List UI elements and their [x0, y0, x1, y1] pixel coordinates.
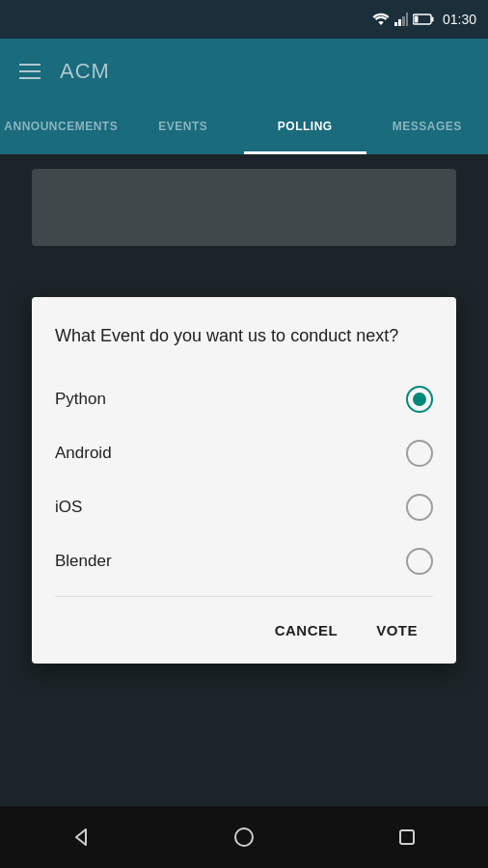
recents-nav-button[interactable]: [396, 827, 418, 848]
signal-icon: [394, 13, 408, 26]
svg-rect-1: [398, 19, 401, 26]
dialog-title: What Event do you want us to conduct nex…: [55, 324, 433, 348]
tab-announcements[interactable]: ANNOUNCEMENTS: [0, 104, 122, 154]
radio-circle-ios: [406, 494, 433, 521]
svg-rect-6: [414, 16, 418, 23]
dialog-overlay: What Event do you want us to conduct nex…: [0, 154, 488, 806]
tab-bar: ANNOUNCEMENTS EVENTS POLLING MESSAGES: [0, 104, 488, 154]
radio-label-python: Python: [55, 390, 106, 409]
vote-button[interactable]: VOTE: [361, 612, 433, 648]
nav-bar: [0, 806, 488, 868]
status-bar: 01:30: [0, 0, 488, 39]
back-nav-button[interactable]: [70, 827, 92, 848]
svg-rect-3: [406, 13, 408, 26]
svg-rect-0: [394, 22, 397, 26]
dialog: What Event do you want us to conduct nex…: [32, 297, 456, 663]
home-nav-button[interactable]: [233, 827, 255, 848]
svg-point-8: [235, 828, 253, 846]
radio-circle-blender: [406, 548, 433, 575]
status-time: 01:30: [443, 12, 476, 27]
tab-messages[interactable]: MESSAGES: [366, 104, 489, 154]
hamburger-menu[interactable]: [19, 64, 41, 79]
radio-option-android[interactable]: Android: [55, 426, 433, 480]
radio-label-android: Android: [55, 444, 112, 463]
dialog-divider: [55, 596, 433, 597]
svg-rect-5: [431, 17, 433, 22]
radio-option-python[interactable]: Python: [55, 372, 433, 426]
status-icons: 01:30: [372, 12, 476, 27]
cancel-button[interactable]: CANCEL: [259, 612, 354, 648]
radio-option-ios[interactable]: iOS: [55, 480, 433, 534]
radio-label-blender: Blender: [55, 552, 112, 571]
app-title: ACM: [60, 59, 110, 84]
radio-circle-python: [406, 386, 433, 413]
radio-circle-android: [406, 440, 433, 467]
wifi-icon: [372, 13, 390, 26]
dialog-actions: CANCEL VOTE: [55, 605, 433, 648]
main-content: What Event do you want us to conduct nex…: [0, 154, 488, 806]
radio-option-blender[interactable]: Blender: [55, 534, 433, 588]
svg-marker-7: [76, 829, 86, 845]
tab-events[interactable]: EVENTS: [122, 104, 245, 154]
app-bar: ACM: [0, 39, 488, 104]
tab-polling[interactable]: POLLING: [244, 104, 366, 154]
svg-rect-9: [400, 830, 414, 844]
battery-icon: [413, 13, 434, 26]
radio-label-ios: iOS: [55, 498, 82, 517]
svg-rect-2: [402, 16, 405, 26]
